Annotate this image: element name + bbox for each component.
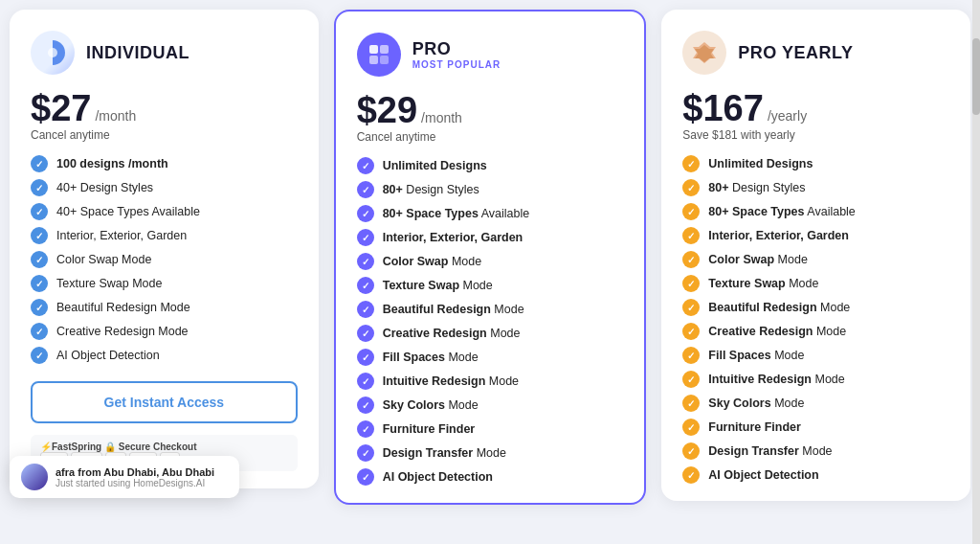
price-note-pro: Cancel anytime [357,130,624,144]
svg-rect-3 [380,45,389,54]
list-item: ✓AI Object Detection [31,347,298,364]
check-icon: ✓ [357,277,374,294]
plan-icon-pro-yearly [682,31,726,75]
features-list-pro-yearly: ✓Unlimited Designs ✓80+ Design Styles ✓8… [682,155,949,484]
check-icon: ✓ [357,301,374,318]
price-amount-pro-yearly: $167 [682,90,764,126]
price-note-pro-yearly: Save $181 with yearly [682,128,949,142]
check-icon: ✓ [357,205,374,222]
price-period-pro: /month [421,110,462,125]
list-item: ✓Interior, Exterior, Garden [682,227,949,244]
list-item: ✓Fill Spaces Mode [682,347,949,364]
price-row-individual: $27 /month [31,90,298,126]
price-note-individual: Cancel anytime [31,128,298,142]
check-icon: ✓ [357,468,374,486]
toast-name: afra from Abu Dhabi, Abu Dhabi [56,466,214,478]
check-icon: ✓ [682,203,700,220]
check-icon: ✓ [357,325,374,342]
check-icon: ✓ [357,229,374,246]
check-icon: ✓ [31,179,48,196]
plan-icon-pro [357,33,401,77]
check-icon: ✓ [682,155,700,172]
list-item: ✓80+ Space Types Available [357,205,624,222]
toast-notification: afra from Abu Dhabi, Abu Dhabi Just star… [10,456,239,498]
check-icon: ✓ [682,299,700,316]
svg-rect-4 [369,56,378,64]
list-item: ✓Texture Swap Mode [357,277,624,294]
list-item: ✓80+ Space Types Available [682,203,949,220]
plan-header-pro: PRO MOST POPULAR [357,33,624,77]
list-item: ✓40+ Space Types Available [31,203,298,220]
check-icon: ✓ [31,251,48,268]
plan-card-pro-yearly: PRO YEARLY $167 /yearly Save $181 with y… [661,10,970,501]
list-item: ✓Beautiful Redesign Mode [357,301,624,318]
list-item: ✓Texture Swap Mode [31,275,298,292]
price-amount-individual: $27 [31,90,91,126]
list-item: ✓Creative Redesign Mode [31,323,298,340]
list-item: ✓Fill Spaces Mode [357,349,624,366]
fastspring-brand: ⚡FastSpring 🔒 Secure Checkout [40,442,196,452]
list-item: ✓Beautiful Redesign Mode [31,299,298,316]
get-instant-access-button[interactable]: Get Instant Access [31,381,298,423]
list-item: ✓Sky Colors Mode [357,397,624,414]
list-item: ✓AI Object Detection [357,468,624,486]
list-item: ✓Color Swap Mode [357,253,624,270]
check-icon: ✓ [31,347,48,364]
scrollbar-track[interactable] [972,0,980,544]
most-popular-badge: MOST POPULAR [412,59,501,70]
list-item: ✓Interior, Exterior, Garden [31,227,298,244]
price-period-individual: /month [95,108,136,124]
list-item: ✓80+ Design Styles [682,179,949,196]
list-item: ✓Unlimited Designs [682,155,949,172]
list-item: ✓100 designs /month [31,155,298,172]
list-item: ✓Creative Redesign Mode [682,323,949,340]
plan-name-individual: INDIVIDUAL [86,43,189,63]
plan-header-pro-yearly: PRO YEARLY [682,31,949,75]
check-icon: ✓ [357,349,374,366]
check-icon: ✓ [357,181,374,198]
svg-rect-2 [369,45,378,54]
list-item: ✓Sky Colors Mode [682,395,949,412]
check-icon: ✓ [682,371,700,388]
check-icon: ✓ [31,299,48,316]
plan-name-pro: PRO [412,39,501,59]
list-item: ✓Color Swap Mode [682,251,949,268]
check-icon: ✓ [357,157,374,174]
price-period-pro-yearly: /yearly [768,108,807,124]
check-icon: ✓ [682,347,700,364]
list-item: ✓Creative Redesign Mode [357,325,624,342]
check-icon: ✓ [682,227,700,244]
list-item: ✓Design Transfer Mode [682,442,949,460]
check-icon: ✓ [682,466,700,484]
plan-header-individual: INDIVIDUAL [31,31,298,75]
check-icon: ✓ [31,155,48,172]
features-list-pro: ✓Unlimited Designs ✓80+ Design Styles ✓8… [357,157,624,486]
check-icon: ✓ [357,444,374,462]
svg-point-1 [48,48,57,57]
scrollbar-thumb[interactable] [972,38,980,115]
list-item: ✓Interior, Exterior, Garden [357,229,624,246]
price-row-pro-yearly: $167 /yearly [682,90,949,126]
list-item: ✓Furniture Finder [357,420,624,438]
list-item: ✓40+ Design Styles [31,179,298,196]
check-icon: ✓ [357,373,374,390]
list-item: ✓Design Transfer Mode [357,444,624,462]
check-icon: ✓ [682,395,700,412]
check-icon: ✓ [31,275,48,292]
price-row-pro: $29 /month [357,92,624,128]
check-icon: ✓ [357,420,374,438]
plan-icon-individual [31,31,75,75]
check-icon: ✓ [682,419,700,436]
toast-action: Just started using HomeDesigns.AI [56,478,214,488]
check-icon: ✓ [682,251,700,268]
list-item: ✓Intuitive Redesign Mode [682,371,949,388]
plan-card-individual: INDIVIDUAL $27 /month Cancel anytime ✓10… [10,10,319,488]
check-icon: ✓ [31,227,48,244]
list-item: ✓Intuitive Redesign Mode [357,373,624,390]
toast-avatar [21,464,48,490]
plan-name-pro-yearly: PRO YEARLY [738,43,853,63]
list-item: ✓Texture Swap Mode [682,275,949,292]
check-icon: ✓ [682,323,700,340]
list-item: ✓Furniture Finder [682,419,949,436]
check-icon: ✓ [357,397,374,414]
